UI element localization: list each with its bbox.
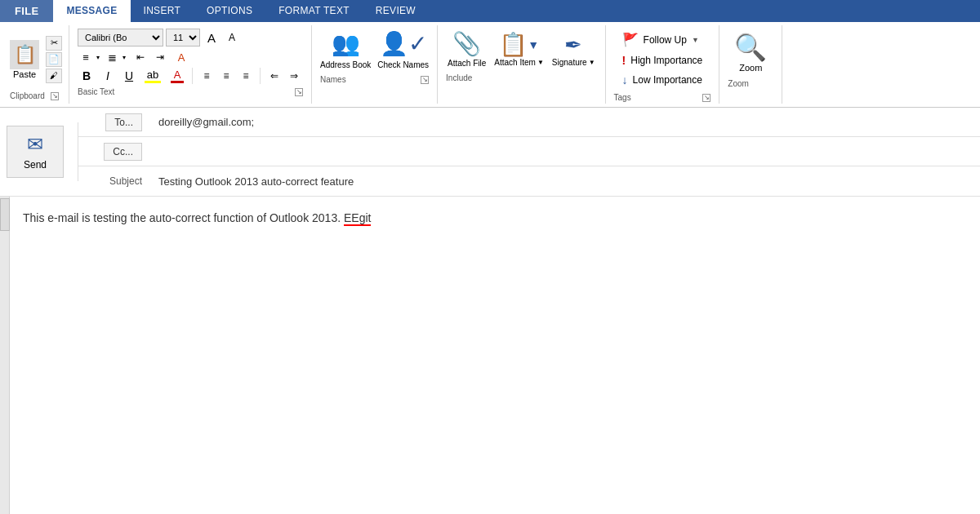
names-expand[interactable]: ↘ [421,76,429,84]
follow-up-icon: 🚩 [622,32,639,47]
paste-button[interactable]: 📋 Paste [7,38,42,81]
tab-insert[interactable]: INSERT [131,0,194,22]
attach-item-button[interactable]: 📋▼ Attach Item ▼ [491,28,547,71]
align-left-button[interactable]: ≡ [198,68,216,84]
grow-font-button[interactable]: A [203,29,220,46]
to-button-area: To... [78,113,152,131]
send-icon-symbol: ✉ [27,133,43,156]
underline-button[interactable]: U [120,68,138,84]
basic-text-expand[interactable]: ↘ [295,88,303,96]
clipboard-small-buttons: ✂ 📄 🖌 [46,36,62,83]
clipboard-buttons: 📋 Paste ✂ 📄 🖌 [7,29,62,90]
clear-formatting-button[interactable]: A [172,49,190,65]
align-center-button[interactable]: ≡ [217,68,235,84]
cut-button[interactable]: ✂ [46,36,62,51]
zoom-icon: 🔍 [734,32,767,63]
low-importance-label: Low Importance [633,74,702,86]
left-sidebar [0,197,10,514]
names-label: Names [320,75,346,84]
tags-expand[interactable]: ↘ [702,94,710,102]
check-names-button[interactable]: 👤✓ Check Names [374,27,432,73]
tab-file[interactable]: FILE [0,0,53,22]
address-book-button[interactable]: 👥 Address Book [317,27,374,73]
group-names: 👥 Address Book 👤✓ Check Names Names ↘ [312,25,438,104]
font-row3: B I U ab A ≡ ≡ ≡ [78,68,303,84]
tags-label-row: Tags ↘ [611,91,715,102]
signature-label: Signature ▼ [552,58,595,67]
signature-button[interactable]: ✒ Signature ▼ [547,29,600,70]
zoom-button[interactable]: 🔍 Zoom [724,27,777,78]
low-importance-button[interactable]: ↓ Low Importance [619,72,706,88]
increase-indent-button[interactable]: ⇥ [151,49,169,65]
zoom-label-row: Zoom [724,78,777,88]
ltr-button[interactable]: ⇒ [285,68,303,84]
low-importance-icon: ↓ [622,73,628,86]
clipboard-label-row: Clipboard ↘ [7,90,62,100]
highlight-icon: ab [147,69,158,81]
cc-button-area: Cc... [78,143,152,161]
include-label: Include [446,73,472,82]
font-size-select[interactable]: 11 [166,29,200,47]
bullet-list-arrow: ▾ [94,49,102,65]
check-names-label: Check Names [377,60,429,70]
clipboard-expand[interactable]: ↘ [51,92,59,100]
names-label-row: Names ↘ [317,73,432,84]
align-right-button[interactable]: ≡ [237,68,255,84]
attach-item-label: Attach Item ▼ [494,58,544,68]
format-painter-button[interactable]: 🖌 [46,69,62,83]
to-row: To... [78,108,980,137]
attach-file-button[interactable]: 📎 Attach File [443,27,491,72]
copy-button[interactable]: 📄 [46,52,62,67]
tab-review[interactable]: REVIEW [363,0,429,22]
rtl-button[interactable]: ⇐ [265,68,283,84]
send-button[interactable]: ✉ Send [7,126,64,178]
font-color-button[interactable]: A [167,69,187,83]
bold-button[interactable]: B [78,68,96,84]
email-body[interactable]: This e-mail is testing the auto-correct … [10,197,980,514]
cc-button[interactable]: Cc... [104,143,142,161]
email-fields: To... Cc... Subject [78,108,980,196]
clipboard-label: Clipboard [10,91,45,100]
to-button[interactable]: To... [105,113,142,131]
to-input[interactable] [152,111,980,133]
group-include: 📎 Attach File 📋▼ Attach Item ▼ ✒ Signatu… [438,25,605,104]
signature-icon: ✒ [564,33,582,58]
tab-format-text[interactable]: FORMAT TEXT [265,0,363,22]
tab-options[interactable]: OPTIONS [194,0,265,22]
attach-file-label: Attach File [448,59,486,69]
cc-input[interactable] [152,140,980,162]
tags-label: Tags [614,93,631,102]
italic-button[interactable]: I [99,68,117,84]
group-tags: 🚩 Follow Up ▼ ! High Importance ↓ Low Im… [606,25,720,104]
highlight-bar [145,81,161,83]
email-area: ✉ Send To... Cc... Subject [0,108,980,197]
send-label: Send [24,159,47,171]
names-buttons: 👥 Address Book 👤✓ Check Names [317,27,432,73]
font-row2: ≡ ▾ ≣ ▾ ⇤ ⇥ A [78,49,303,65]
numbered-list-button[interactable]: ≣ ▾ [104,49,128,65]
tab-message[interactable]: MESSAGE [53,0,130,22]
address-book-icon: 👥 [332,30,360,57]
scroll-indicator [0,198,10,231]
group-basic-text: Calibri (Bo 11 A A ≡ ▾ ≣ [69,25,312,104]
bullet-list-button[interactable]: ≡ ▾ [78,49,102,65]
decrease-indent-button[interactable]: ⇤ [131,49,149,65]
high-importance-button[interactable]: ! High Importance [619,52,706,69]
indent-buttons: ⇤ ⇥ [131,49,169,65]
highlight-button[interactable]: ab [141,69,164,83]
attach-item-icon: 📋▼ [499,31,539,58]
separator2 [260,68,261,84]
font-family-select[interactable]: Calibri (Bo [78,29,163,47]
font-color-icon: A [174,69,181,81]
follow-up-label: Follow Up [644,34,687,46]
ribbon-tab-bar: FILE MESSAGE INSERT OPTIONS FORMAT TEXT … [0,0,980,22]
shrink-font-button[interactable]: A [223,29,241,46]
follow-up-button[interactable]: 🚩 Follow Up ▼ [619,30,706,49]
subject-label: Subject [78,175,152,187]
font-row1: Calibri (Bo 11 A A [78,29,303,47]
align-buttons: ≡ ≡ ≡ [198,68,255,84]
list-buttons: ≡ ▾ ≣ ▾ [78,49,128,65]
subject-input[interactable] [152,171,980,193]
paste-label: Paste [13,69,36,79]
to-field-row: ✉ Send To... Cc... Subject [0,108,980,197]
